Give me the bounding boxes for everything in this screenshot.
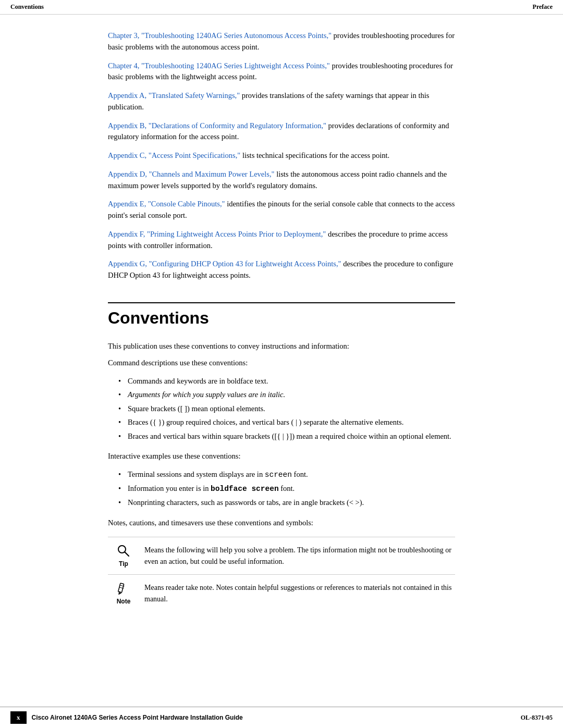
svg-line-1 (125, 552, 129, 557)
chapter-links-section: Chapter 3, "Troubleshooting 1240AG Serie… (108, 30, 455, 281)
screen-font-example: screen (265, 471, 292, 479)
list-item: Braces and vertical bars within square b… (118, 429, 455, 443)
page-footer: x Cisco Aironet 1240AG Series Access Poi… (0, 707, 563, 728)
list-item: Commands and keywords are in boldface te… (118, 374, 455, 388)
conventions-title: Conventions (108, 302, 455, 328)
chapter4-link[interactable]: Chapter 4, "Troubleshooting 1240AG Serie… (108, 61, 330, 70)
list-item: Chapter 3, "Troubleshooting 1240AG Serie… (108, 30, 455, 53)
header-right-label: Preface (533, 3, 553, 11)
list-item: Terminal sessions and system displays ar… (118, 467, 455, 482)
command-bullets-list: Commands and keywords are in boldface te… (118, 374, 455, 443)
list-item: Appendix E, "Console Cable Pinouts," ide… (108, 199, 455, 221)
tip-text: Means the following will help you solve … (144, 542, 455, 567)
note-label: Note (117, 597, 131, 607)
notes-intro: Notes, cautions, and timesavers use thes… (108, 517, 455, 528)
appendixf-link[interactable]: Appendix F, "Priming Lightweight Access … (108, 230, 326, 238)
footer-title: Cisco Aironet 1240AG Series Access Point… (32, 714, 243, 721)
conventions-section: Conventions This publication uses these … (108, 302, 455, 612)
appendixe-link[interactable]: Appendix E, "Console Cable Pinouts," (108, 200, 225, 208)
list-item: Appendix A, "Translated Safety Warnings,… (108, 90, 455, 113)
note-text: Means reader take note. Notes contain he… (144, 580, 455, 604)
list-item: Arguments for which you supply values ar… (118, 388, 455, 401)
list-item: Appendix G, "Configuring DHCP Option 43 … (108, 258, 455, 281)
list-item: Chapter 4, "Troubleshooting 1240AG Serie… (108, 60, 455, 83)
note-icon-area: Note (108, 580, 139, 607)
list-item: Appendix D, "Channels and Maximum Power … (108, 169, 455, 192)
list-item: Appendix C, "Access Point Specifications… (108, 150, 455, 162)
appendixd-link[interactable]: Appendix D, "Channels and Maximum Power … (108, 170, 275, 178)
list-item: Nonprinting characters, such as password… (118, 496, 455, 509)
tip-item: Tip Means the following will help you so… (108, 537, 455, 574)
tip-icon (116, 544, 131, 558)
tip-label: Tip (119, 559, 128, 569)
interactive-intro: Interactive examples use these conventio… (108, 450, 455, 462)
footer-left: x Cisco Aironet 1240AG Series Access Poi… (10, 711, 243, 724)
note-icon (116, 581, 131, 596)
list-item: Information you enter is in boldface scr… (118, 482, 455, 496)
tip-icon-area: Tip (108, 542, 139, 569)
list-item: Square brackets ([ ]) mean optional elem… (118, 402, 455, 415)
page-number: x (10, 711, 27, 724)
interactive-bullets-list: Terminal sessions and system displays ar… (118, 467, 455, 510)
note-item: Note Means reader take note. Notes conta… (108, 574, 455, 612)
appendixa-link[interactable]: Appendix A, "Translated Safety Warnings,… (108, 91, 240, 100)
footer-doc-number: OL-8371-05 (521, 714, 553, 722)
bold-screen-example: boldface screen (211, 485, 279, 493)
appendixb-link[interactable]: Appendix B, "Declarations of Conformity … (108, 121, 326, 130)
chapter3-link[interactable]: Chapter 3, "Troubleshooting 1240AG Serie… (108, 31, 332, 40)
command-desc-intro: Command descriptions use these conventio… (108, 357, 455, 368)
appendixc-desc: lists technical specifications for the a… (240, 151, 389, 159)
notes-section: Tip Means the following will help you so… (108, 537, 455, 611)
list-item: Appendix B, "Declarations of Conformity … (108, 120, 455, 143)
appendixc-link[interactable]: Appendix C, "Access Point Specifications… (108, 151, 240, 159)
appendixg-link[interactable]: Appendix G, "Configuring DHCP Option 43 … (108, 260, 341, 268)
conventions-intro: This publication uses these conventions … (108, 340, 455, 352)
list-item: Appendix F, "Priming Lightweight Access … (108, 229, 455, 252)
italic-label: Arguments for which you supply values ar… (128, 390, 285, 399)
header-left-label: Conventions (10, 3, 44, 11)
list-item: Braces ({ }) group required choices, and… (118, 415, 455, 429)
